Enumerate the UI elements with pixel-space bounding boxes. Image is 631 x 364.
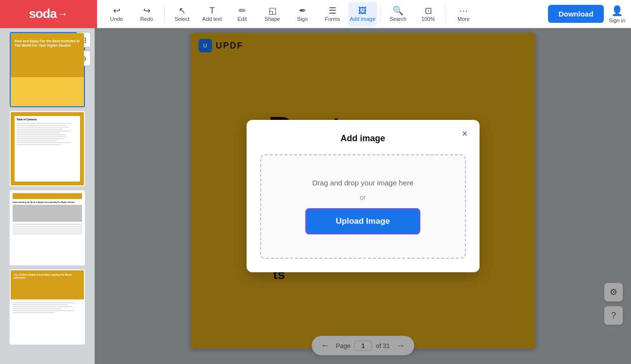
add-image-modal: Add image × Drag and drop your image her… (247, 120, 480, 272)
undo-button[interactable]: ↩ Undo (102, 2, 131, 26)
redo-label: Redo (140, 16, 153, 22)
thumbnail-4[interactable]: The 10 Best Global Universities Leading … (10, 269, 85, 345)
sidebar: ⊞ ⊕ Find and Apply For the Best Institut… (0, 28, 95, 364)
undo-label: Undo (110, 16, 123, 22)
modal-close-button[interactable]: × (458, 127, 472, 140)
logo-text: soda (29, 6, 57, 21)
main-layout: ⊞ ⊕ Find and Apply For the Best Institut… (0, 28, 631, 364)
toolbar-divider-1 (164, 5, 165, 23)
more-button[interactable]: ⋯ More (449, 2, 478, 26)
shape-icon: ◱ (268, 6, 277, 15)
add-image-label: Add image (350, 16, 376, 22)
zoom-label: 100% (421, 16, 435, 22)
thumb2-title: Table of Contents (17, 118, 78, 121)
logo[interactable]: soda → (0, 0, 97, 28)
search-icon: 🔍 (393, 6, 403, 15)
undo-icon: ↩ (113, 6, 120, 15)
zoom-icon: ⊡ (425, 6, 432, 15)
forms-label: Forms (325, 16, 340, 22)
modal-overlay: Add image × Drag and drop your image her… (95, 28, 631, 364)
thumbnail-2[interactable]: Table of Contents (10, 111, 85, 186)
edit-button[interactable]: ✏ Edit (228, 2, 257, 26)
redo-button[interactable]: ↪ Redo (132, 2, 161, 26)
add-text-label: Add text (202, 16, 222, 22)
select-label: Select (175, 16, 190, 22)
drag-drop-text: Drag and drop your image here (312, 179, 413, 187)
sign-in-button[interactable]: 👤 Sign in (609, 5, 625, 23)
edit-label: Edit (238, 16, 247, 22)
logo-arrow: → (57, 8, 68, 20)
add-image-icon: 🖼 (358, 6, 367, 15)
thumbnail-3[interactable]: Understanding the Need to Apply Internat… (10, 190, 85, 265)
drop-zone[interactable]: Drag and drop your image here or Upload … (260, 154, 466, 259)
thumb2-content: Table of Contents (15, 116, 80, 182)
thumb1-text: Find and Apply For the Best Institutes I… (15, 39, 80, 48)
more-label: More (457, 16, 469, 22)
search-label: Search (390, 16, 407, 22)
sign-button[interactable]: ✒ Sign (288, 2, 317, 26)
shape-label: Shape (265, 16, 280, 22)
select-button[interactable]: ↖ Select (167, 2, 197, 26)
add-image-button[interactable]: 🖼 Add image (348, 2, 377, 26)
sign-label: Sign (297, 16, 308, 22)
forms-button[interactable]: ☰ Forms (318, 2, 347, 26)
sign-in-label: Sign in (609, 17, 625, 23)
modal-title: Add image (260, 133, 466, 144)
thumb3-inner: Understanding the Need to Apply Internat… (11, 191, 84, 265)
add-text-icon: T (210, 6, 215, 15)
shape-button[interactable]: ◱ Shape (258, 2, 287, 26)
add-text-button[interactable]: T Add text (198, 2, 227, 26)
redo-icon: ↪ (143, 6, 150, 15)
thumbnail-1[interactable]: Find and Apply For the Best Institutes I… (10, 32, 85, 107)
edit-icon: ✏ (239, 6, 246, 15)
toolbar: soda → ↩ Undo ↪ Redo ↖ Select T Add text… (0, 0, 631, 28)
download-button[interactable]: Download (548, 5, 604, 23)
zoom-button[interactable]: ⊡ 100% (414, 2, 443, 26)
more-icon: ⋯ (459, 6, 468, 15)
select-icon: ↖ (179, 6, 186, 15)
toolbar-divider-2 (380, 5, 381, 23)
canvas-area: U UPDF Best For igitize ts Add image × D… (95, 28, 631, 364)
thumb4-inner: The 10 Best Global Universities Leading … (11, 270, 84, 344)
upload-image-button[interactable]: Upload Image (305, 208, 420, 234)
toolbar-divider-3 (446, 5, 446, 23)
search-button[interactable]: 🔍 Search (383, 2, 413, 26)
thumb1-bar (11, 77, 84, 106)
sign-in-icon: 👤 (611, 5, 623, 17)
forms-icon: ☰ (329, 6, 336, 15)
or-text: or (360, 194, 365, 201)
sign-icon: ✒ (299, 6, 306, 15)
